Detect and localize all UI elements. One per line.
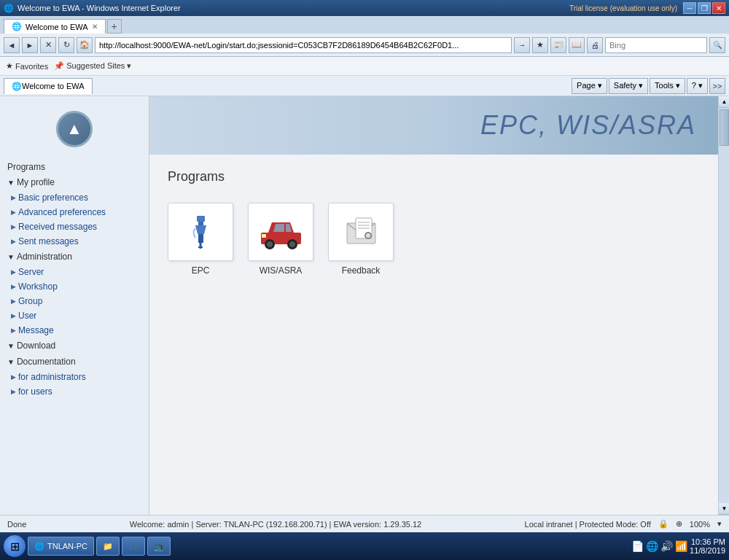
arrow-icon: ▶ (11, 268, 16, 276)
scroll-down-button[interactable]: ▼ (719, 503, 729, 515)
sidebar-item-for-admins[interactable]: ▶ for administrators (0, 370, 149, 384)
star-icon: ★ (6, 61, 13, 71)
taskbar-time: 10:36 PM (690, 537, 725, 546)
svg-rect-0 (197, 216, 205, 222)
taskbar-media-app[interactable]: 🎵 (122, 537, 145, 556)
restore-button[interactable]: ❐ (698, 2, 711, 14)
tools-menu[interactable]: Tools ▾ (650, 78, 685, 94)
arrow-icon: ▶ (11, 283, 16, 290)
feedback-icon-box[interactable] (328, 203, 394, 261)
ie-scrollbar[interactable]: ▲ ▼ (718, 96, 729, 515)
documentation-toggle[interactable]: ▼ Documentation (0, 354, 149, 370)
home-button[interactable]: 🏠 (77, 37, 93, 53)
refresh-button[interactable]: ↻ (58, 37, 74, 53)
epc-icon-box[interactable] (168, 203, 233, 261)
toolbar-expand[interactable]: >> (709, 78, 725, 94)
ewa-header-text: EPC, WIS/ASRA (480, 110, 696, 141)
item-label: for administrators (18, 372, 86, 382)
favorites-button[interactable]: ★ Favorites (6, 61, 48, 71)
safety-menu[interactable]: Safety ▾ (609, 78, 648, 94)
zone-text: Local intranet | Protected Mode: Off (525, 520, 651, 529)
help-menu[interactable]: ? ▾ (687, 78, 708, 94)
suggested-label: Suggested Sites ▾ (66, 61, 131, 71)
browser-tab[interactable]: 🌐 Welcome to EWA ✕ (4, 19, 106, 34)
administration-toggle[interactable]: ▼ Administration (0, 249, 149, 265)
network-tray-icon: 🌐 (646, 540, 658, 552)
scroll-thumb[interactable] (720, 109, 729, 146)
close-button[interactable]: ✕ (712, 2, 725, 14)
my-profile-toggle[interactable]: ▼ My profile (0, 174, 149, 190)
done-status: Done (7, 520, 26, 529)
arrow-icon: ▶ (11, 223, 16, 230)
taskbar-ie-app[interactable]: 🌐 TNLAN-PC (28, 537, 94, 556)
scroll-track[interactable] (719, 108, 729, 503)
caret-icon: ▼ (7, 253, 15, 261)
suggested-sites-button[interactable]: 📌 Suggested Sites ▾ (54, 61, 131, 71)
taskbar-clock: 10:36 PM 11/8/2019 (690, 537, 725, 555)
sidebar-item-message[interactable]: ▶ Message (0, 323, 149, 338)
address-bar: ◄ ► ✕ ↻ 🏠 → ★ 📰 📖 🖨 🔍 (0, 34, 729, 57)
taskbar-date: 11/8/2019 (690, 546, 725, 555)
start-button[interactable]: ⊞ (4, 535, 26, 557)
sidebar-item-advanced-preferences[interactable]: ▶ Advanced preferences (0, 205, 149, 219)
tab-close-button[interactable]: ✕ (92, 23, 98, 31)
lock-icon: 🔒 (658, 519, 668, 529)
caret-icon: ▼ (7, 179, 15, 187)
sidebar-item-user[interactable]: ▶ User (0, 308, 149, 323)
tray-icons: 📄 🌐 🔊 📶 (631, 540, 687, 552)
tab-bar: 🌐 Welcome to EWA ✕ + (0, 16, 729, 34)
taskbar-explorer-app[interactable]: 📁 (96, 537, 120, 556)
sidebar-item-group[interactable]: ▶ Group (0, 294, 149, 308)
arrow-icon: ▶ (11, 194, 16, 201)
forward-button[interactable]: ► (22, 37, 38, 53)
download-toggle[interactable]: ▼ Download (0, 338, 149, 354)
favorites-label: Favorites (15, 62, 48, 71)
svg-point-18 (366, 233, 370, 238)
wis-icon-box[interactable] (248, 203, 313, 261)
item-label: Sent messages (18, 236, 79, 246)
epc-program-item[interactable]: EPC (168, 203, 233, 276)
window-title: Welcome to EWA - Windows Internet Explor… (17, 4, 181, 12)
feedback-program-item[interactable]: Feedback (328, 203, 394, 276)
sidebar-item-for-users[interactable]: ▶ for users (0, 384, 149, 399)
item-label: Server (18, 267, 44, 277)
sidebar-item-received-messages[interactable]: ▶ Received messages (0, 219, 149, 234)
stop-button[interactable]: ✕ (40, 37, 56, 53)
read-button[interactable]: 📖 (569, 37, 585, 53)
address-input[interactable] (95, 37, 512, 53)
back-button[interactable]: ◄ (4, 37, 20, 53)
go-button[interactable]: → (514, 37, 530, 53)
arrow-icon: ▶ (11, 238, 16, 245)
taskbar-teamviewer-app[interactable]: 📺 (147, 537, 171, 556)
ewa-status-text: Welcome: admin | Server: TNLAN-PC (192.1… (130, 520, 421, 529)
svg-rect-1 (198, 222, 203, 225)
browser-icon: 🌐 (4, 4, 14, 13)
new-tab-button[interactable]: + (107, 19, 122, 34)
programs-section-label: Programs (0, 158, 149, 174)
caret-icon: ▼ (7, 358, 15, 366)
tab-icon-small: 🌐 (12, 82, 22, 91)
feedback-svg-icon (341, 212, 381, 252)
rss-button[interactable]: 📰 (550, 37, 566, 53)
search-button[interactable]: 🔍 (709, 37, 725, 53)
pdf-tray-icon: 📄 (631, 540, 644, 552)
tab-label: Welcome to EWA (26, 23, 88, 31)
svg-rect-11 (262, 234, 266, 238)
sidebar-item-basic-preferences[interactable]: ▶ Basic preferences (0, 190, 149, 205)
sidebar-item-server[interactable]: ▶ Server (0, 265, 149, 279)
item-label: Basic preferences (18, 192, 88, 203)
bookmark-button[interactable]: ★ (532, 37, 548, 53)
sidebar-item-sent-messages[interactable]: ▶ Sent messages (0, 234, 149, 249)
scroll-up-button[interactable]: ▲ (719, 96, 729, 108)
print-button[interactable]: 🖨 (587, 37, 603, 53)
programs-title: Programs (168, 169, 700, 184)
search-input[interactable] (605, 37, 707, 53)
sidebar-item-workshop[interactable]: ▶ Workshop (0, 279, 149, 294)
taskbar-media-icon: 🎵 (128, 542, 139, 551)
sidebar: ▲ Programs ▼ My profile ▶ Basic preferen… (0, 96, 149, 515)
wis-program-item[interactable]: WIS/ASRA (248, 203, 313, 276)
ie-toolbar: 🌐 Welcome to EWA Page ▾ Safety ▾ Tools ▾… (0, 76, 729, 96)
ie-content-area: ▲ Programs ▼ My profile ▶ Basic preferen… (0, 96, 729, 515)
page-menu[interactable]: Page ▾ (572, 78, 607, 94)
minimize-button[interactable]: ─ (683, 2, 696, 14)
